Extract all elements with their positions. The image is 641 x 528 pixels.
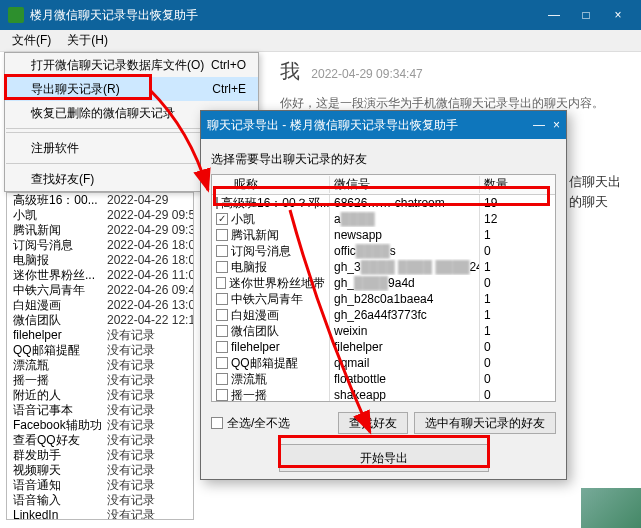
grid-row[interactable]: filehelperfilehelper0: [212, 339, 555, 355]
select-all-checkbox[interactable]: 全选/全不选: [211, 415, 290, 432]
dialog-label: 选择需要导出聊天记录的好友: [211, 151, 556, 168]
row-checkbox[interactable]: [216, 293, 228, 305]
grid-row[interactable]: 中铁六局青年gh_b28c0a1baea41: [212, 291, 555, 307]
dialog-title: 聊天记录导出 - 楼月微信聊天记录导出恢复助手: [207, 117, 458, 134]
friend-grid: 昵称 微信号 数量 高级班16：00？邓...68626…… chatroom1…: [211, 174, 556, 402]
list-item[interactable]: 语音通知没有记录: [7, 478, 193, 493]
me-label: 我: [280, 60, 300, 82]
grid-row[interactable]: 腾讯新闻newsapp1: [212, 227, 555, 243]
row-checkbox[interactable]: [216, 357, 228, 369]
window-title: 楼月微信聊天记录导出恢复助手: [30, 7, 198, 24]
select-all-label: 全选/全不选: [227, 415, 290, 432]
menu-item-0[interactable]: 打开微信聊天记录数据库文件(O)Ctrl+O: [5, 53, 258, 77]
avatar-corner: [581, 488, 641, 528]
list-item[interactable]: 语音输入没有记录: [7, 493, 193, 508]
list-item[interactable]: 摇一摇没有记录: [7, 373, 193, 388]
chat-date: 2022-04-29 09:34:47: [311, 67, 422, 81]
list-item[interactable]: Facebook辅助功能没有记录: [7, 418, 193, 433]
list-item[interactable]: 群发助手没有记录: [7, 448, 193, 463]
menubar: 文件(F) 关于(H): [0, 30, 641, 52]
maximize-button[interactable]: □: [571, 5, 601, 25]
col-nickname: 昵称: [212, 176, 330, 193]
col-wxid: 微信号: [330, 176, 480, 193]
row-checkbox[interactable]: [216, 245, 228, 257]
row-checkbox[interactable]: [216, 229, 228, 241]
friend-rows[interactable]: 高级班16：00...2022-04-29小凯2022-04-29 09:50腾…: [7, 193, 193, 520]
app-icon: [8, 7, 24, 23]
grid-row[interactable]: 电脑报gh_3████ ████ ████24521: [212, 259, 555, 275]
grid-row[interactable]: 订阅号消息offic████s0: [212, 243, 555, 259]
row-checkbox[interactable]: [216, 325, 228, 337]
row-checkbox[interactable]: ✓: [216, 213, 228, 225]
list-item[interactable]: 中铁六局青年2022-04-26 09:45:5: [7, 283, 193, 298]
grid-row[interactable]: QQ邮箱提醒qqmail0: [212, 355, 555, 371]
list-item[interactable]: 电脑报2022-04-26 18:09:1: [7, 253, 193, 268]
menu-item-1[interactable]: 导出聊天记录(R)Ctrl+E: [5, 77, 258, 101]
grid-row[interactable]: 高级班16：00？邓...68626…… chatroom19: [212, 195, 555, 211]
list-item[interactable]: 视频聊天没有记录: [7, 463, 193, 478]
list-item[interactable]: 附近的人没有记录: [7, 388, 193, 403]
row-checkbox[interactable]: [216, 277, 226, 289]
chat-preview: 我 2022-04-29 09:34:47 你好，这是一段演示华为手机微信聊天记…: [280, 58, 635, 112]
dialog-minimize-button[interactable]: —: [533, 118, 545, 132]
grid-row[interactable]: ✓小凯a████12: [212, 211, 555, 227]
main-titlebar: 楼月微信聊天记录导出恢复助手 — □ ×: [0, 0, 641, 30]
list-item[interactable]: 订阅号消息2022-04-26 18:09:5: [7, 238, 193, 253]
filter-friend-button[interactable]: 选中有聊天记录的好友: [414, 412, 556, 434]
list-item[interactable]: 漂流瓶没有记录: [7, 358, 193, 373]
list-item[interactable]: LinkedIn没有记录: [7, 508, 193, 520]
row-checkbox[interactable]: [216, 261, 228, 273]
close-button[interactable]: ×: [603, 5, 633, 25]
list-item[interactable]: 小凯2022-04-29 09:50: [7, 208, 193, 223]
menu-file[interactable]: 文件(F): [4, 30, 59, 51]
list-item[interactable]: filehelper没有记录: [7, 328, 193, 343]
row-checkbox[interactable]: [216, 389, 228, 401]
grid-row[interactable]: 迷你世界粉丝地带gh_████9a4d0: [212, 275, 555, 291]
find-friend-button[interactable]: 查找好友: [338, 412, 408, 434]
row-checkbox[interactable]: [216, 373, 228, 385]
row-checkbox[interactable]: [216, 309, 228, 321]
row-checkbox[interactable]: [216, 341, 228, 353]
export-dialog: 聊天记录导出 - 楼月微信聊天记录导出恢复助手 — × 选择需要导出聊天记录的好…: [200, 110, 567, 480]
friend-list-panel: 好友 最近聊天时间 高级班16：00...2022-04-29小凯2022-04…: [6, 166, 194, 520]
grid-row[interactable]: 白姐漫画gh_26a44f3773fc1: [212, 307, 555, 323]
list-item[interactable]: 语音记事本没有记录: [7, 403, 193, 418]
grid-row[interactable]: 微信团队weixin1: [212, 323, 555, 339]
list-item[interactable]: 腾讯新闻2022-04-29 09:31:5: [7, 223, 193, 238]
list-item[interactable]: 迷你世界粉丝...2022-04-26 11:02:: [7, 268, 193, 283]
side-text: 信聊天出的聊天: [569, 172, 631, 212]
col-count: 数量: [480, 176, 555, 193]
start-export-button[interactable]: 开始导出: [279, 444, 489, 472]
list-item[interactable]: 白姐漫画2022-04-26 13:00: [7, 298, 193, 313]
list-item[interactable]: QQ邮箱提醒没有记录: [7, 343, 193, 358]
list-item[interactable]: 高级班16：00...2022-04-29: [7, 193, 193, 208]
grid-row[interactable]: 摇一摇shakeapp0: [212, 387, 555, 401]
grid-row[interactable]: 漂流瓶floatbottle0: [212, 371, 555, 387]
minimize-button[interactable]: —: [539, 5, 569, 25]
menu-about[interactable]: 关于(H): [59, 30, 116, 51]
dialog-close-button[interactable]: ×: [553, 118, 560, 132]
row-checkbox[interactable]: [216, 197, 218, 209]
list-item[interactable]: 微信团队2022-04-22 12:15:: [7, 313, 193, 328]
list-item[interactable]: 查看QQ好友没有记录: [7, 433, 193, 448]
